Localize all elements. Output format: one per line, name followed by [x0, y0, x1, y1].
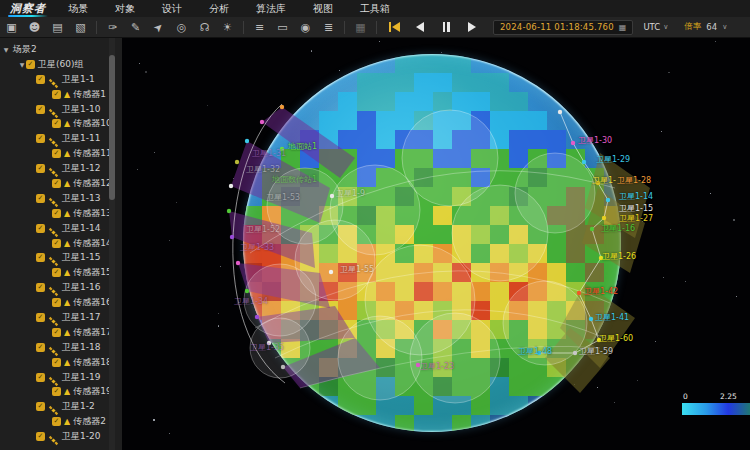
- checked-checkbox[interactable]: ✓: [52, 358, 61, 367]
- checked-checkbox[interactable]: ✓: [36, 253, 45, 262]
- object-label[interactable]: 卫星1-28: [617, 175, 651, 186]
- object-label[interactable]: 卫星1-48: [518, 346, 552, 357]
- checked-checkbox[interactable]: ✓: [36, 432, 45, 441]
- satellite-dot[interactable]: [236, 261, 240, 265]
- tree-item-satellite-卫星1-11[interactable]: ✓卫星1-11: [0, 131, 108, 146]
- satellite-dot[interactable]: [280, 105, 284, 109]
- tree-item-satellite-卫星1-12[interactable]: ✓卫星1-12: [0, 161, 108, 176]
- satellite-dot[interactable]: [230, 235, 234, 239]
- satellite-dot[interactable]: [571, 141, 575, 145]
- checked-checkbox[interactable]: ✓: [36, 75, 45, 84]
- satellite-dot[interactable]: [235, 160, 239, 164]
- tree-item-satellite-卫星1-14[interactable]: ✓卫星1-14: [0, 221, 108, 236]
- object-label[interactable]: 卫星1-60: [599, 333, 633, 344]
- tree-item-sensor-传感器1[interactable]: ✓▲传感器1: [0, 87, 108, 102]
- tree-item-sensor-传感器19[interactable]: ✓▲传感器19: [0, 384, 108, 399]
- sidebar-scrollbar-thumb[interactable]: [109, 55, 115, 200]
- expand-arrow-icon[interactable]: ▼: [18, 61, 26, 68]
- satellite-dot[interactable]: [573, 351, 577, 355]
- satellite-dot[interactable]: [606, 198, 610, 202]
- tree-item-satellite-卫星1-13[interactable]: ✓卫星1-13: [0, 191, 108, 206]
- skip-to-start-button[interactable]: [384, 19, 404, 35]
- satellite-dot[interactable]: [245, 139, 249, 143]
- checked-checkbox[interactable]: ✓: [52, 90, 61, 99]
- checked-checkbox[interactable]: ✓: [52, 268, 61, 277]
- checked-checkbox[interactable]: ✓: [52, 298, 61, 307]
- menu-item-7[interactable]: 工具箱: [360, 2, 390, 16]
- camera-icon[interactable]: ◉: [295, 19, 316, 36]
- checked-checkbox[interactable]: ✓: [52, 209, 61, 218]
- tree-item-satellite-group[interactable]: ▼✓卫星(60)组: [0, 57, 108, 72]
- calendar-icon[interactable]: ▦: [619, 23, 627, 32]
- object-label[interactable]: 卫星1-14: [619, 191, 653, 202]
- tree-list-icon[interactable]: ≡: [249, 19, 270, 36]
- tree-item-satellite-卫星1-20[interactable]: ✓卫星1-20: [0, 429, 108, 444]
- satellite-dot[interactable]: [330, 194, 334, 198]
- object-label[interactable]: 卫星1-35: [250, 342, 284, 353]
- sim-time-field[interactable]: 2024-06-11 01:18:45.760 ▦: [493, 20, 633, 35]
- object-label[interactable]: 卫星1-23: [420, 361, 454, 372]
- satellite-dot[interactable]: [558, 110, 562, 114]
- play-forward-button[interactable]: [462, 19, 482, 35]
- object-label[interactable]: 卫星1-31: [252, 148, 286, 159]
- object-label[interactable]: 地面站1: [288, 141, 317, 152]
- satellite-dot[interactable]: [281, 365, 285, 369]
- satellite-dot[interactable]: [229, 184, 233, 188]
- globe-3d-viewport[interactable]: 地面站1地面数传站1卫星1-30卫星1-29卫星1-卫星1-28卫星1-14卫星…: [122, 38, 750, 450]
- tree-item-sensor-传感器12[interactable]: ✓▲传感器12: [0, 176, 108, 191]
- object-label[interactable]: 卫星1-30: [578, 135, 612, 146]
- tree-item-satellite-卫星1-19[interactable]: ✓卫星1-19: [0, 370, 108, 385]
- object-label[interactable]: 卫星1-34: [234, 296, 268, 307]
- tree-item-satellite-卫星1-10[interactable]: ✓卫星1-10: [0, 102, 108, 117]
- checked-checkbox[interactable]: ✓: [36, 194, 45, 203]
- timezone-dropdown[interactable]: UTC ∨: [643, 22, 668, 32]
- object-label[interactable]: 卫星1-59: [579, 346, 613, 357]
- tree-item-sensor-传感器11[interactable]: ✓▲传感器11: [0, 146, 108, 161]
- satellite-dot[interactable]: [260, 120, 264, 124]
- rocket-icon[interactable]: ➤: [145, 14, 172, 41]
- tree-item-sensor-传感器13[interactable]: ✓▲传感器13: [0, 206, 108, 221]
- object-label[interactable]: 卫星1-26: [602, 251, 636, 262]
- checked-checkbox[interactable]: ✓: [52, 328, 61, 337]
- menu-item-2[interactable]: 对象: [115, 2, 135, 16]
- new-scene-icon[interactable]: ▤: [47, 19, 68, 36]
- tree-item-sensor-传感器18[interactable]: ✓▲传感器18: [0, 355, 108, 370]
- checked-checkbox[interactable]: ✓: [36, 313, 45, 322]
- brush-icon[interactable]: ✑: [102, 19, 123, 36]
- checked-checkbox[interactable]: ✓: [36, 402, 45, 411]
- checked-checkbox[interactable]: ✓: [36, 343, 45, 352]
- object-label[interactable]: 卫星1-41: [595, 312, 629, 323]
- tree-item-sensor-传感器10[interactable]: ✓▲传感器10: [0, 116, 108, 131]
- antenna-icon[interactable]: ☊: [194, 19, 215, 36]
- checked-checkbox[interactable]: ✓: [36, 283, 45, 292]
- play-backward-button[interactable]: [410, 19, 430, 35]
- tree-item-satellite-卫星1-17[interactable]: ✓卫星1-17: [0, 310, 108, 325]
- object-label[interactable]: 卫星1-16: [601, 223, 635, 234]
- menu-item-3[interactable]: 设计: [162, 2, 182, 16]
- satellite-dot[interactable]: [602, 216, 606, 220]
- object-label[interactable]: 卫星1-53: [266, 192, 300, 203]
- checked-checkbox[interactable]: ✓: [36, 373, 45, 382]
- tree-item-satellite-卫星1-16[interactable]: ✓卫星1-16: [0, 280, 108, 295]
- object-label[interactable]: 卫星1-32: [246, 164, 280, 175]
- object-label[interactable]: 卫星1-33: [240, 242, 274, 253]
- checked-checkbox[interactable]: ✓: [52, 239, 61, 248]
- tree-item-sensor-传感器17[interactable]: ✓▲传感器17: [0, 325, 108, 340]
- tree-item-satellite-卫星1-2[interactable]: ✓卫星1-2: [0, 399, 108, 414]
- satellite-dot[interactable]: [227, 209, 231, 213]
- tree-item-sensor-传感器15[interactable]: ✓▲传感器15: [0, 265, 108, 280]
- menu-item-4[interactable]: 分析: [209, 2, 229, 16]
- tree-item-sensor-传感器14[interactable]: ✓▲传感器14: [0, 236, 108, 251]
- checked-checkbox[interactable]: ✓: [36, 224, 45, 233]
- menu-item-1[interactable]: 场景: [68, 2, 88, 16]
- object-label[interactable]: 卫星1-9: [336, 188, 365, 199]
- expand-arrow-icon[interactable]: ▼: [2, 46, 10, 53]
- object-label[interactable]: 卫星1-29: [596, 154, 630, 165]
- menu-item-6[interactable]: 视图: [313, 2, 333, 16]
- satellite-dot[interactable]: [329, 270, 333, 274]
- satellite-dot[interactable]: [582, 160, 586, 164]
- tree-item-sensor-传感器16[interactable]: ✓▲传感器16: [0, 295, 108, 310]
- save-icon[interactable]: ▣: [1, 19, 22, 36]
- panels-icon[interactable]: ≣: [318, 19, 339, 36]
- rate-dropdown[interactable]: 倍率 64 ∨: [684, 21, 727, 33]
